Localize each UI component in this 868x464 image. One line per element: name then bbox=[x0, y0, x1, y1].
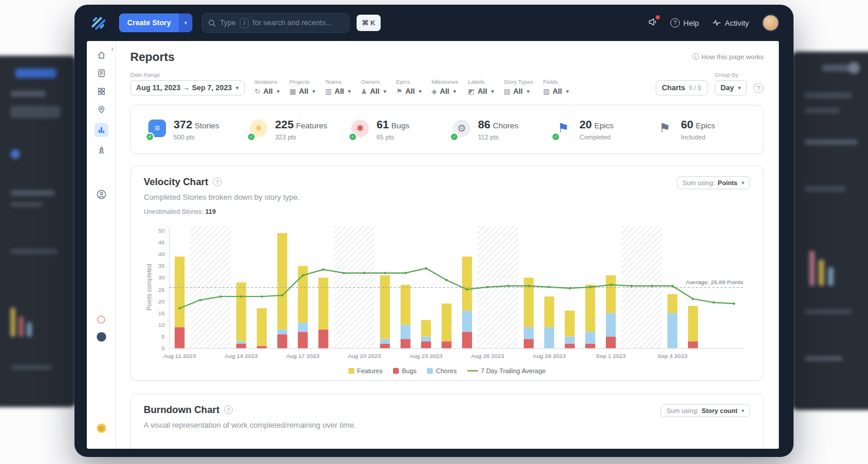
stat-value: 60 bbox=[681, 118, 693, 131]
filter-fields: Fields ▧ All bbox=[543, 79, 569, 95]
velocity-sum-using-select[interactable]: Sum using: Points bbox=[677, 176, 750, 189]
filter-date-range: Date Range Aug 11, 2023 → Sep 7, 2023 bbox=[130, 71, 245, 95]
how-this-page-works-link[interactable]: How this page works bbox=[693, 52, 764, 62]
milestones-value: All bbox=[440, 87, 449, 95]
svg-text:Aug 17 2023: Aug 17 2023 bbox=[286, 353, 320, 359]
stat-sub: Included bbox=[681, 134, 715, 141]
filter-epics: Epics ⚑ All bbox=[396, 79, 421, 95]
projects-value: All bbox=[299, 87, 308, 95]
group-by-select[interactable]: Day bbox=[715, 80, 747, 95]
velocity-help-icon[interactable] bbox=[213, 178, 222, 186]
teammate-avatar[interactable] bbox=[97, 332, 106, 342]
fields-select[interactable]: ▧ All bbox=[543, 87, 569, 95]
svg-text:Points completed: Points completed bbox=[146, 264, 152, 311]
fields-icon: ▧ bbox=[543, 88, 550, 95]
date-range-select[interactable]: Aug 11, 2023 → Sep 7, 2023 bbox=[130, 80, 245, 95]
svg-text:20: 20 bbox=[158, 298, 165, 305]
svg-text:30: 30 bbox=[158, 274, 165, 281]
filter-label: Projects bbox=[289, 79, 315, 85]
home-icon[interactable] bbox=[97, 50, 106, 60]
shortcut-logo[interactable] bbox=[89, 13, 108, 33]
sum-using-value: Points bbox=[718, 179, 738, 186]
charts-selector-button[interactable]: Charts 9 / 9 bbox=[656, 80, 708, 95]
svg-text:0: 0 bbox=[161, 345, 165, 352]
stat-sub: Completed bbox=[579, 134, 613, 141]
filter-iterations: Iterations ↻ All bbox=[255, 79, 280, 95]
labels-value: All bbox=[477, 87, 487, 95]
help-button[interactable]: Help bbox=[670, 18, 699, 28]
app-window: Create Story ▾ Type / for search and rec… bbox=[74, 5, 794, 457]
stat-label: Epics bbox=[696, 121, 715, 130]
sum-using-value: Story count bbox=[701, 407, 737, 414]
stat-value: 225 bbox=[275, 118, 294, 131]
search-type-label: Type bbox=[220, 19, 236, 27]
activity-button[interactable]: Activity bbox=[712, 18, 749, 28]
create-story-label[interactable]: Create Story bbox=[119, 13, 179, 32]
docs-icon[interactable] bbox=[97, 69, 106, 78]
stat-label: Chores bbox=[493, 121, 518, 130]
labels-select[interactable]: ◩ All bbox=[468, 87, 494, 95]
filter-teams: Teams ▥ All bbox=[325, 79, 351, 95]
chores-gear-icon: ⚙ bbox=[453, 120, 470, 137]
roadmap-pin-icon[interactable] bbox=[97, 105, 106, 114]
filter-label: Owners bbox=[361, 79, 386, 85]
svg-text:25: 25 bbox=[158, 286, 165, 293]
slash-key-icon: / bbox=[240, 18, 249, 28]
legend-item: 7 Day Trailing Average bbox=[467, 367, 545, 374]
stat-stories: ≡ 372Stories 500 pts bbox=[148, 118, 250, 141]
svg-text:Aug 23 2023: Aug 23 2023 bbox=[409, 353, 443, 359]
user-avatar[interactable] bbox=[762, 14, 779, 32]
iterations-select[interactable]: ↻ All bbox=[255, 87, 280, 95]
milestones-icon: ◈ bbox=[432, 88, 437, 95]
filter-label: Labels bbox=[468, 79, 494, 85]
milestones-select[interactable]: ◈ All bbox=[432, 87, 458, 95]
legend-item: Chores bbox=[427, 367, 456, 374]
velocity-chart-svg: 05101520253035404550Points completedAver… bbox=[144, 220, 750, 367]
burndown-sum-using-select[interactable]: Sum using: Story count bbox=[660, 404, 750, 417]
svg-text:45: 45 bbox=[158, 239, 165, 245]
filter-story-types: Story Types ▤ All bbox=[504, 79, 533, 95]
backdrop-left bbox=[0, 56, 76, 407]
profile-icon[interactable] bbox=[96, 189, 107, 200]
filter-label: Story Types bbox=[504, 79, 533, 85]
reports-icon-active[interactable] bbox=[94, 123, 108, 137]
spaces-icon[interactable] bbox=[97, 87, 106, 96]
launch-rocket-icon[interactable] bbox=[97, 146, 106, 155]
check-icon bbox=[348, 132, 357, 141]
story-types-select[interactable]: ▤ All bbox=[504, 87, 533, 95]
svg-text:Sep 4 2023: Sep 4 2023 bbox=[657, 353, 687, 359]
legend-item: Features bbox=[348, 367, 382, 374]
legend-box-swatch bbox=[348, 368, 354, 374]
story-types-icon: ▤ bbox=[504, 88, 510, 95]
stat-sub: 500 pts bbox=[174, 134, 219, 141]
search-input[interactable]: Type / for search and recents... bbox=[202, 13, 350, 33]
group-by-value: Day bbox=[721, 84, 734, 92]
filter-label: Date Range bbox=[130, 71, 245, 78]
create-story-button[interactable]: Create Story ▾ bbox=[119, 13, 192, 32]
stat-value: 61 bbox=[377, 118, 389, 131]
projects-select[interactable]: ▦ All bbox=[289, 87, 315, 95]
filters-help-icon[interactable] bbox=[754, 83, 764, 93]
epics-select[interactable]: ⚑ All bbox=[396, 87, 421, 95]
teams-select[interactable]: ▥ All bbox=[325, 87, 351, 95]
burndown-subtitle: A visual representation of work complete… bbox=[144, 421, 750, 429]
filter-label: Iterations bbox=[255, 79, 280, 85]
sidebar-collapse-chevron-icon[interactable] bbox=[111, 45, 114, 53]
owners-select[interactable]: ♟ All bbox=[361, 87, 386, 95]
svg-text:Aug 29 2023: Aug 29 2023 bbox=[533, 353, 566, 359]
create-story-dropdown[interactable]: ▾ bbox=[179, 13, 192, 32]
status-avatar[interactable] bbox=[97, 316, 105, 323]
stat-label: Features bbox=[296, 121, 327, 130]
main-pane: Reports How this page works Date Range A… bbox=[116, 41, 779, 449]
teams-icon: ▥ bbox=[325, 88, 331, 95]
stat-bugs: ✱ 61Bugs 65 pts bbox=[351, 118, 453, 141]
epic-flag-icon: ⚑ bbox=[554, 120, 572, 137]
charts-label: Charts bbox=[662, 84, 686, 92]
announcements-button[interactable] bbox=[647, 17, 657, 29]
sum-using-label: Sum using: bbox=[666, 407, 699, 414]
emoji-avatar[interactable]: ☺ bbox=[97, 424, 106, 433]
labels-icon: ◩ bbox=[468, 88, 474, 95]
command-k-shortcut[interactable]: ⌘ K bbox=[357, 15, 381, 31]
burndown-help-icon[interactable] bbox=[224, 405, 233, 414]
search-icon bbox=[208, 19, 216, 27]
